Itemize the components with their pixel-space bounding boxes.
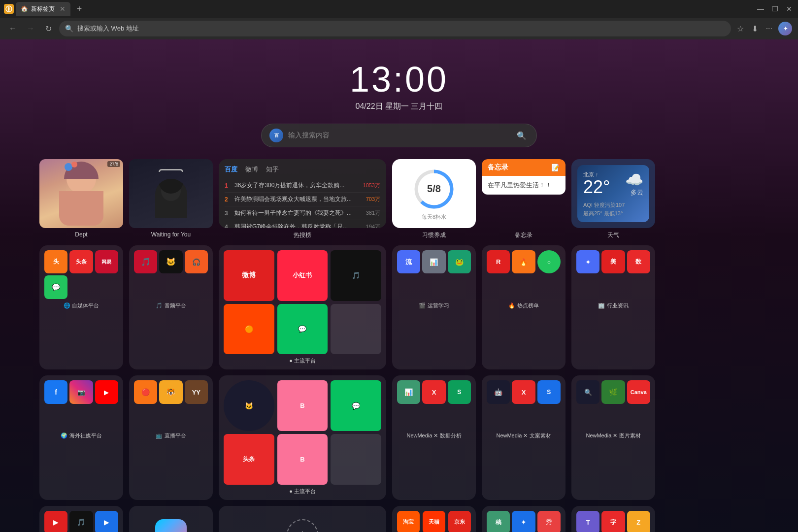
app-icon-weibo-large: 微博: [224, 250, 274, 301]
minimize-button[interactable]: —: [755, 3, 766, 15]
app-icon-weixin2: 💬: [331, 380, 381, 431]
folder-zhuliu2[interactable]: 🐱 B 💬 头条 B ● 主流平台: [219, 375, 386, 499]
app-icon-data3: S: [448, 380, 471, 403]
app-icon-hot2: 🔥: [512, 250, 535, 273]
row3-grid: f 📷 ▶ 🌍 海外社媒平台 🔴 🐯 YY 📺 直播平台: [0, 375, 798, 499]
hot-tab-zhihu[interactable]: 知乎: [266, 165, 279, 174]
download-icon[interactable]: ⬇: [750, 22, 760, 35]
folder-data[interactable]: 📊 X S NewMedia ✕ 数据分析: [392, 375, 476, 499]
copilot-button[interactable]: ✦: [778, 22, 792, 35]
search-submit-icon[interactable]: 🔍: [515, 129, 529, 142]
app-icon-toutiao2: 头条: [224, 434, 274, 485]
app-icon-v3: ▶: [95, 511, 118, 532]
menu-icon[interactable]: ···: [764, 22, 774, 35]
hot-tab-baidu[interactable]: 百度: [225, 165, 237, 174]
folder-overseas[interactable]: f 📷 ▶ 🌍 海外社媒平台: [39, 375, 123, 499]
folder-hotlist[interactable]: R 🔥 ○ 🔥 热点榜单: [482, 245, 565, 369]
app-icon-toutiao-red: 头条: [69, 250, 93, 273]
address-bar[interactable]: 🔍 搜索或输入 Web 地址: [59, 21, 731, 36]
app-icon-empty2: [95, 275, 118, 299]
app-icon-des2: ✦: [512, 511, 535, 532]
app-icon-empty12: [537, 275, 561, 299]
app-icon-live2: 🐯: [159, 380, 182, 403]
zhuliu2-label: ● 主流平台: [224, 488, 381, 495]
app-icon-empty13: [576, 275, 599, 299]
photo-card-waiting[interactable]: Waiting for You: [129, 159, 213, 239]
app-icon-weixin-mini: 💬: [44, 275, 67, 299]
app-icon-bilibili2: B: [277, 380, 328, 431]
app-icon-facebook: f: [44, 380, 67, 403]
search-bar[interactable]: 百 输入搜索内容 🔍: [261, 124, 537, 147]
app-icon-ai2: X: [512, 380, 535, 403]
folder-yunying[interactable]: 流 📊 🐸 🎬 运营学习: [392, 245, 476, 369]
folder-video[interactable]: ▶ 🎵 ▶ 📱 短视频&长视频平台: [39, 506, 123, 532]
folder-design[interactable]: 稿 ✦ 秀 NewMedia ✕ 作图工具: [482, 506, 565, 532]
app-icon-hot3: ○: [537, 250, 561, 273]
app-icon-taobao: 淘宝: [397, 511, 420, 532]
memo-card[interactable]: 备忘录 📝 在平凡里热爱生活！！ 备忘录: [482, 159, 565, 239]
browser-tab-active[interactable]: 🏠 新标签页 ✕: [16, 2, 70, 16]
favorites-icon[interactable]: ☆: [735, 22, 746, 35]
wenzi-label: NewMedia ✕ 文案素材: [487, 432, 561, 439]
memo-label: 备忘录: [482, 231, 565, 239]
maximize-button[interactable]: ❐: [770, 3, 780, 15]
habit-label: 习惯养成: [392, 231, 476, 239]
hot-item-4[interactable]: 4 韩国被G7峰会排除在外，韩反对党称「只... 194万: [225, 220, 380, 228]
folder-zhuliu[interactable]: 微博 小红书 🎵 🟠 💬 ● 主流平台: [219, 245, 386, 369]
clock-date: 04/22日 星期一 三月十四: [0, 101, 798, 112]
app-icon-ind3: 数: [627, 250, 650, 273]
folder-wenzi[interactable]: 🤖 X S NewMedia ✕ 文案素材: [482, 375, 565, 499]
app-icon-empty5: [185, 275, 208, 299]
add-icon-card[interactable]: + 添加图标: [219, 506, 386, 532]
hot-item-2[interactable]: 2 许美静演唱会现场观众大喊退票，当地文旅... 703万: [225, 193, 380, 206]
toolbar-right: ☆ ⬇ ··· ✦: [735, 22, 792, 35]
weather-label: 天气: [571, 231, 655, 239]
app-icon-jd: 京东: [448, 511, 471, 532]
clock-section: 13:00 04/22日 星期一 三月十四: [0, 39, 798, 112]
photo-card-dept[interactable]: 27/8 Dept: [39, 159, 123, 239]
app-icon-live3: YY: [185, 380, 208, 403]
folder-font[interactable]: T 字 Z NewMedia ✕ 字体素材: [571, 506, 655, 532]
folder-audio[interactable]: 🎵 🐱 🎧 🎵 音频平台: [129, 245, 213, 369]
overseas-label: 🌍 海外社媒平台: [44, 432, 118, 439]
app-icon-empty11: [512, 275, 535, 299]
hot-item-1[interactable]: 1 36岁女子存300万提前退休，房车全款购... 1053万: [225, 179, 380, 193]
app-icon-maoer2: 🐱: [224, 380, 274, 431]
folder-image[interactable]: 🔍 🌿 Canva NewMedia ✕ 图片素材: [571, 375, 655, 499]
app-icon-font2: 字: [601, 511, 625, 532]
search-icon: 🔍: [65, 25, 73, 33]
app-icon-xiaohongshu-large: 小红书: [277, 250, 328, 301]
new-tab-button[interactable]: +: [72, 2, 86, 16]
refresh-button[interactable]: ↻: [41, 22, 55, 35]
app-icon-empty17: [69, 406, 93, 429]
page-content: 13:00 04/22日 星期一 三月十四 百 输入搜索内容 🔍 27/8: [0, 39, 798, 532]
hot-item-3[interactable]: 3 如何看待一男子悼念亡妻写的《我妻之死》... 381万: [225, 206, 380, 220]
browser-toolbar: ← → ↻ 🔍 搜索或输入 Web 地址 ☆ ⬇ ··· ✦: [0, 18, 798, 39]
app-icon-wechat-large: 💬: [277, 304, 328, 355]
app-icon-live1: 🔴: [134, 380, 157, 403]
folder-zimeiti[interactable]: 头 头条 网易 💬 🌐 自媒体平台: [39, 245, 123, 369]
address-text: 搜索或输入 Web 地址: [77, 24, 139, 33]
hot-tab-weibo[interactable]: 微博: [245, 165, 258, 174]
habit-number: 5/8: [427, 183, 441, 195]
hot-search-label: 热搜榜: [219, 231, 386, 239]
gradient-card[interactable]: 渐变色: [129, 506, 213, 532]
weather-desc: 多云: [625, 188, 643, 197]
audio-label: 🎵 音频平台: [134, 302, 208, 309]
app-icon-kuaishou-large: 🟠: [224, 304, 274, 355]
hot-search-tabs: 百度 微博 知乎: [225, 165, 380, 174]
folder-industry[interactable]: ✦ 美 数 🏢 行业资讯: [571, 245, 655, 369]
close-button[interactable]: ✕: [784, 3, 794, 15]
browser-title-bar: 🏠 新标签页 ✕ + — ❐ ✕: [0, 0, 798, 18]
app-icon-empty23: [397, 406, 420, 429]
app-icon-ind2: 美: [601, 250, 625, 273]
folder-ecommerce[interactable]: 淘宝 天猫 京东 ❤ ebay amzn 🛒 电商平台: [392, 506, 476, 532]
app-icon-instagram: 📷: [69, 380, 93, 403]
back-button[interactable]: ←: [6, 22, 20, 35]
forward-button[interactable]: →: [24, 22, 37, 35]
folder-live[interactable]: 🔴 🐯 YY 📺 直播平台: [129, 375, 213, 499]
weather-card[interactable]: 北京 ↑ 22° ☁️ 多云 AQI 轻度污染107最高25° 最低13° 天气: [571, 159, 655, 239]
habit-card[interactable]: 5/8 每天8杯水 习惯养成: [392, 159, 476, 239]
app-icon-font3: Z: [627, 511, 650, 532]
zimeiti-label: 🌐 自媒体平台: [44, 302, 118, 309]
